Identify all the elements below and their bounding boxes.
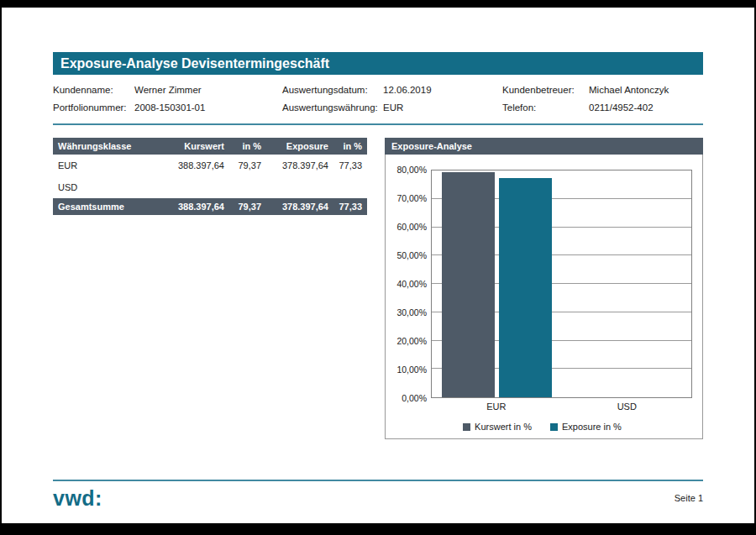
col-header-kurswert-pct: in % bbox=[229, 138, 266, 155]
cell-currency: USD bbox=[53, 176, 152, 198]
col-header-waehrungsklasse: Währungsklasse bbox=[53, 138, 152, 155]
bar bbox=[442, 172, 495, 397]
footer-divider bbox=[53, 480, 703, 481]
total-label: Gesamtsumme bbox=[53, 198, 152, 215]
report-page: Exposure-Analyse Devisentermingeschäft K… bbox=[2, 8, 754, 523]
vwd-logo: vwd: bbox=[53, 487, 102, 509]
y-tick-label: 60,00% bbox=[396, 222, 427, 232]
y-tick-label: 30,00% bbox=[396, 307, 427, 317]
meta-value-telefon: 0211/4952-402 bbox=[589, 102, 703, 113]
exposure-table: Währungsklasse Kurswert in % Exposure in… bbox=[53, 138, 367, 215]
meta-value-portfolionummer: 2008-150301-01 bbox=[134, 102, 282, 113]
page-footer: vwd: Seite 1 bbox=[53, 487, 703, 509]
y-tick-label: 70,00% bbox=[396, 193, 427, 203]
bar-group-eur bbox=[432, 170, 562, 397]
bar-group-usd bbox=[562, 170, 692, 397]
chart-plot-area bbox=[431, 170, 692, 398]
page-number: Seite 1 bbox=[675, 493, 703, 503]
meta-label-kundenbetreuer: Kundenbetreuer: bbox=[502, 85, 589, 95]
meta-label-kundenname: Kundenname: bbox=[53, 85, 134, 95]
y-tick-label: 80,00% bbox=[396, 165, 427, 175]
meta-label-auswertungswaehrung: Auswertungswährung: bbox=[282, 102, 383, 113]
chart-legend: Kurswert in %Exposure in % bbox=[392, 422, 692, 432]
report-title: Exposure-Analyse Devisentermingeschäft bbox=[53, 52, 703, 75]
meta-value-auswertungswaehrung: EUR bbox=[383, 102, 502, 113]
cell-kurswert bbox=[152, 176, 229, 198]
y-tick-label: 40,00% bbox=[396, 279, 427, 289]
bar bbox=[499, 178, 552, 397]
meta-value-kundenname: Werner Zimmer bbox=[134, 85, 282, 95]
chart-body: 0,00%10,00%20,00%30,00%40,00%50,00%60,00… bbox=[385, 155, 703, 439]
total-kurswert-pct: 79,37 bbox=[229, 198, 266, 215]
chart-x-axis: EURUSD bbox=[431, 398, 692, 412]
cell-exposure-pct bbox=[333, 176, 367, 198]
total-exposure: 378.397,64 bbox=[266, 198, 333, 215]
legend-label: Kurswert in % bbox=[475, 422, 532, 432]
meta-value-auswertungsdatum: 12.06.2019 bbox=[383, 85, 502, 95]
y-tick-label: 50,00% bbox=[396, 250, 427, 260]
legend-label: Exposure in % bbox=[562, 422, 622, 432]
cell-kurswert-pct bbox=[229, 176, 266, 198]
chart-y-axis: 0,00%10,00%20,00%30,00%40,00%50,00%60,00… bbox=[392, 170, 431, 398]
col-header-kurswert: Kurswert bbox=[152, 138, 229, 155]
cell-kurswert-pct: 79,37 bbox=[229, 155, 266, 176]
meta-value-kundenbetreuer: Michael Antonczyk bbox=[589, 85, 703, 95]
legend-swatch bbox=[550, 423, 558, 431]
y-tick-label: 20,00% bbox=[396, 336, 427, 346]
x-tick-label: USD bbox=[562, 401, 693, 412]
y-tick-label: 10,00% bbox=[396, 365, 427, 375]
cell-kurswert: 388.397,64 bbox=[152, 155, 229, 176]
meta-label-telefon: Telefon: bbox=[502, 102, 589, 113]
total-kurswert: 388.397,64 bbox=[152, 198, 229, 215]
cell-exposure bbox=[266, 176, 333, 198]
x-tick-label: EUR bbox=[431, 401, 562, 412]
chart-panel: Exposure-Analyse 0,00%10,00%20,00%30,00%… bbox=[385, 138, 703, 439]
header-divider bbox=[53, 123, 703, 125]
legend-swatch bbox=[463, 423, 470, 431]
table-row: USD bbox=[53, 176, 367, 198]
col-header-exposure-pct: in % bbox=[333, 138, 367, 155]
cell-exposure-pct: 77,33 bbox=[333, 155, 367, 176]
table-row: EUR 388.397,64 79,37 378.397,64 77,33 bbox=[53, 155, 367, 176]
col-header-exposure: Exposure bbox=[266, 138, 333, 155]
table-total-row: Gesamtsumme 388.397,64 79,37 378.397,64 … bbox=[53, 198, 367, 215]
y-tick-label: 0,00% bbox=[402, 393, 427, 403]
chart-panel-title: Exposure-Analyse bbox=[385, 138, 703, 155]
total-exposure-pct: 77,33 bbox=[333, 198, 367, 215]
meta-label-portfolionummer: Portfolionummer: bbox=[53, 102, 134, 113]
meta-label-auswertungsdatum: Auswertungsdatum: bbox=[282, 85, 383, 95]
legend-item: Kurswert in % bbox=[463, 422, 532, 432]
meta-section: Kundenname: Werner Zimmer Auswertungsdat… bbox=[53, 85, 703, 113]
cell-currency: EUR bbox=[53, 155, 152, 176]
report-frame: Exposure-Analyse Devisentermingeschäft K… bbox=[0, 0, 756, 535]
table-header-row: Währungsklasse Kurswert in % Exposure in… bbox=[53, 138, 367, 155]
legend-item: Exposure in % bbox=[550, 422, 622, 432]
cell-exposure: 378.397,64 bbox=[266, 155, 333, 176]
